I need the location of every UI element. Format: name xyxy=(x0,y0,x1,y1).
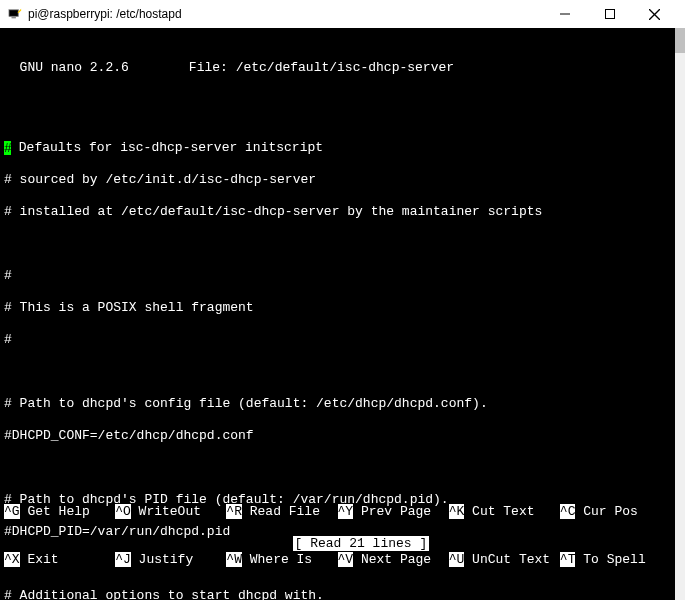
terminal-wrap: GNU nano 2.2.6 File: /etc/default/isc-dh… xyxy=(0,28,685,600)
shortcut-writeout[interactable]: ^O WriteOut xyxy=(115,504,226,520)
editor-line: # Defaults for isc-dhcp-server initscrip… xyxy=(4,140,671,156)
shortcut-justify[interactable]: ^J Justify xyxy=(115,552,226,568)
shortcut-next-page[interactable]: ^V Next Page xyxy=(338,552,449,568)
window-title: pi@raspberrypi: /etc/hostapd xyxy=(28,7,182,21)
close-button[interactable] xyxy=(632,0,677,28)
editor-line: # Path to dhcpd's config file (default: … xyxy=(4,396,671,412)
terminal[interactable]: GNU nano 2.2.6 File: /etc/default/isc-dh… xyxy=(0,28,675,600)
nano-app-name: GNU nano 2.2.6 xyxy=(4,60,129,76)
svg-rect-2 xyxy=(12,17,16,19)
shortcut-row-2: ^X Exit ^J Justify ^W Where Is ^V Next P… xyxy=(4,552,671,568)
nano-header: GNU nano 2.2.6 File: /etc/default/isc-dh… xyxy=(0,60,675,76)
minimize-button[interactable] xyxy=(542,0,587,28)
editor-line: # xyxy=(4,268,671,284)
scrollbar-thumb[interactable] xyxy=(675,28,685,53)
shortcut-cur-pos[interactable]: ^C Cur Pos xyxy=(560,504,671,520)
editor-line: # sourced by /etc/init.d/isc-dhcp-server xyxy=(4,172,671,188)
window-titlebar: pi@raspberrypi: /etc/hostapd xyxy=(0,0,685,28)
nano-shortcuts: ^G Get Help ^O WriteOut ^R Read File ^Y … xyxy=(0,472,675,600)
shortcut-uncut-text[interactable]: ^U UnCut Text xyxy=(449,552,560,568)
maximize-button[interactable] xyxy=(587,0,632,28)
shortcut-read-file[interactable]: ^R Read File xyxy=(226,504,337,520)
window-controls xyxy=(542,0,677,28)
editor-line xyxy=(4,236,671,252)
svg-rect-4 xyxy=(605,10,614,19)
editor-line: #DHCPD_CONF=/etc/dhcp/dhcpd.conf xyxy=(4,428,671,444)
titlebar-left: pi@raspberrypi: /etc/hostapd xyxy=(8,7,182,21)
shortcut-prev-page[interactable]: ^Y Prev Page xyxy=(338,504,449,520)
shortcut-row-1: ^G Get Help ^O WriteOut ^R Read File ^Y … xyxy=(4,504,671,520)
cursor: # xyxy=(4,141,11,155)
editor-line xyxy=(4,364,671,380)
svg-rect-1 xyxy=(10,11,18,16)
putty-icon xyxy=(8,7,22,21)
shortcut-where-is[interactable]: ^W Where Is xyxy=(226,552,337,568)
editor-line: # This is a POSIX shell fragment xyxy=(4,300,671,316)
shortcut-exit[interactable]: ^X Exit xyxy=(4,552,115,568)
nano-file-label: File: /etc/default/isc-dhcp-server xyxy=(189,60,454,76)
shortcut-cut-text[interactable]: ^K Cut Text xyxy=(449,504,560,520)
shortcut-to-spell[interactable]: ^T To Spell xyxy=(560,552,671,568)
editor-line: # installed at /etc/default/isc-dhcp-ser… xyxy=(4,204,671,220)
vertical-scrollbar[interactable] xyxy=(675,28,685,600)
editor-line: # xyxy=(4,332,671,348)
shortcut-get-help[interactable]: ^G Get Help xyxy=(4,504,115,520)
